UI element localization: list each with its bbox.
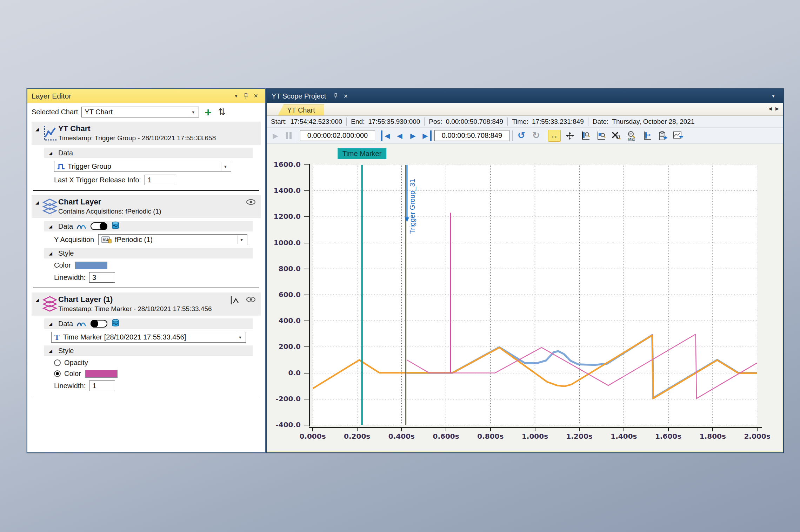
chart-layer-1-style-header[interactable]: ◢ Style (44, 345, 253, 356)
tab-yt-chart[interactable]: YT Chart (278, 105, 324, 115)
x-tick-label: 2.000s (738, 432, 776, 440)
collapse-triangle-icon[interactable]: ◢ (46, 251, 55, 256)
collapse-triangle-icon[interactable]: ◢ (46, 348, 55, 353)
last-x-input[interactable]: 1 (145, 175, 176, 185)
yt-chart-data-header[interactable]: ◢ Data (44, 148, 253, 158)
y-tick-label: 1600.0 (266, 160, 301, 169)
fit-x-axis-button[interactable] (641, 130, 653, 142)
y-tick-label: 1400.0 (266, 186, 301, 195)
layer-editor-title: Layer Editor (32, 92, 71, 100)
close-icon[interactable]: × (251, 92, 261, 101)
chevron-down-icon: ▼ (236, 333, 244, 342)
collapse-triangle-icon[interactable]: ◢ (33, 295, 41, 303)
window-menu-caret-icon[interactable]: ▼ (768, 92, 778, 101)
chart-layer-section-header[interactable]: ◢ Chart Layer Contains Acquisitions: fPe… (32, 195, 261, 218)
y-tick-label: 800.0 (266, 264, 301, 273)
step-forward-button[interactable]: ▶ (408, 130, 418, 141)
pan-x-button[interactable]: ↔ (548, 130, 561, 142)
pin-icon[interactable] (241, 92, 251, 101)
collapse-triangle-icon[interactable]: ◢ (46, 150, 55, 156)
add-chart-button[interactable]: + (205, 107, 212, 117)
y-tick (304, 243, 309, 243)
section-divider (33, 396, 259, 396)
collapse-triangle-icon[interactable]: ◢ (33, 197, 41, 205)
time-marker-dropdown[interactable]: T Time Marker [28/10/2021 17:55:33.456] … (51, 332, 246, 343)
selected-chart-dropdown[interactable]: YT Chart ▼ (81, 107, 199, 117)
opacity-radio[interactable] (54, 359, 61, 366)
marker-line-icon[interactable] (228, 295, 240, 307)
chart-layer-1-section-header[interactable]: ◢ Chart Layer (1) Timestamp: Time Marker… (32, 292, 261, 316)
plot-canvas[interactable]: Trigger Group_31 (313, 165, 757, 425)
status-date-value: Thursday, October 28, 2021 (612, 118, 694, 126)
chart-layer-1-data-header[interactable]: ◢ Data (44, 318, 253, 329)
yt-chart-section-header[interactable]: ◢ YT Chart Timestamp: Trigger Group - 28… (32, 122, 261, 145)
play-button[interactable]: ▶ (270, 130, 281, 141)
x-tick (401, 428, 402, 431)
section-divider (33, 288, 259, 288)
collapse-triangle-icon[interactable]: ◢ (33, 124, 41, 132)
pan-xy-button[interactable] (564, 130, 576, 142)
sort-layers-button[interactable]: ⇅ (218, 107, 226, 117)
tab-scroll-right-icon[interactable]: ▶ (775, 106, 779, 111)
linewidth-label: Linewidth: (54, 382, 86, 390)
y-tick-label: -200.0 (266, 395, 301, 403)
zoom-y-axis-button[interactable] (579, 130, 592, 142)
color-radio[interactable] (54, 370, 61, 377)
y-acquisition-label: Y Acquisition (54, 236, 94, 244)
window-menu-caret-icon[interactable]: ▼ (231, 92, 241, 101)
play-window-time-field[interactable]: 0.00:00:02.000:000 (300, 130, 375, 141)
x-tick-label: 1.200s (560, 432, 599, 440)
chart-layer-style-header[interactable]: ◢ Style (44, 248, 253, 258)
x-tick (712, 428, 713, 431)
y-tick (304, 373, 309, 373)
linewidth-label: Linewidth: (54, 274, 86, 282)
database-icon (111, 221, 120, 231)
zoom-cancel-button[interactable] (610, 130, 622, 142)
trigger-group-dropdown[interactable]: Trigger Group ▼ (54, 161, 231, 172)
data-source-toggle[interactable] (91, 320, 107, 328)
zoom-max-button[interactable]: Max (625, 130, 638, 142)
cursor-position-time-field[interactable]: 0.00:00:50.708:849 (434, 130, 509, 141)
collapse-triangle-icon[interactable]: ◢ (46, 224, 55, 229)
f64-variable-icon: f64 (101, 236, 112, 244)
skip-to-end-button[interactable]: ▶ (421, 130, 432, 141)
copy-to-clipboard-button[interactable] (656, 130, 669, 142)
step-back-button[interactable]: ◀ (394, 130, 405, 141)
collapse-triangle-icon[interactable]: ◢ (46, 321, 55, 326)
chart-layer-data-header[interactable]: ◢ Data (44, 221, 253, 231)
pause-button[interactable] (284, 130, 294, 141)
data-source-toggle[interactable] (91, 222, 107, 230)
pin-icon[interactable] (331, 92, 341, 101)
export-image-button[interactable] (672, 130, 684, 142)
tab-scroll-left-icon[interactable]: ◀ (768, 106, 772, 111)
status-date-label: Date: (593, 118, 608, 126)
eye-icon[interactable] (246, 296, 256, 304)
close-icon[interactable]: × (341, 92, 351, 101)
yt-chart-icon (41, 124, 58, 143)
status-time-value: 17:55:33.231:849 (532, 118, 584, 126)
status-pos-label: Pos: (429, 118, 442, 126)
reset-view-icon[interactable]: ↺ (515, 130, 527, 141)
zoom-rect-button[interactable] (594, 130, 607, 142)
x-tick-label: 1.400s (605, 432, 643, 440)
time-marker-flag[interactable]: Time Marker (338, 148, 386, 159)
y-tick (304, 321, 309, 321)
linewidth-input[interactable]: 1 (89, 381, 115, 391)
redo-view-icon[interactable]: ↻ (530, 130, 542, 141)
x-tick (757, 428, 758, 431)
chart-layer-subtitle: Contains Acquisitions: fPeriodic (1) (58, 207, 161, 216)
yt-chart-subtitle: Timestamp: Trigger Group - 28/10/2021 17… (58, 134, 216, 143)
linewidth-input[interactable]: 3 (89, 272, 115, 283)
skip-to-start-button[interactable]: ◀ (381, 130, 392, 141)
plot-area[interactable]: Trigger Group_31 (313, 165, 757, 425)
x-tick-label: 0.200s (338, 432, 376, 440)
tabstrip: YT Chart ◀ ▶ (267, 103, 783, 116)
eye-icon[interactable] (246, 198, 256, 207)
status-pos-value: 0.00:00:50.708:849 (446, 118, 503, 126)
color-swatch-blue[interactable] (75, 262, 107, 269)
color-swatch-magenta[interactable] (85, 370, 118, 378)
y-acquisition-dropdown[interactable]: f64 fPeriodic (1) ▼ (98, 234, 247, 245)
scope-titlebar[interactable]: YT Scope Project × ▼ (267, 89, 783, 103)
status-start-label: Start: (271, 118, 287, 126)
chevron-down-icon: ▼ (221, 162, 229, 171)
